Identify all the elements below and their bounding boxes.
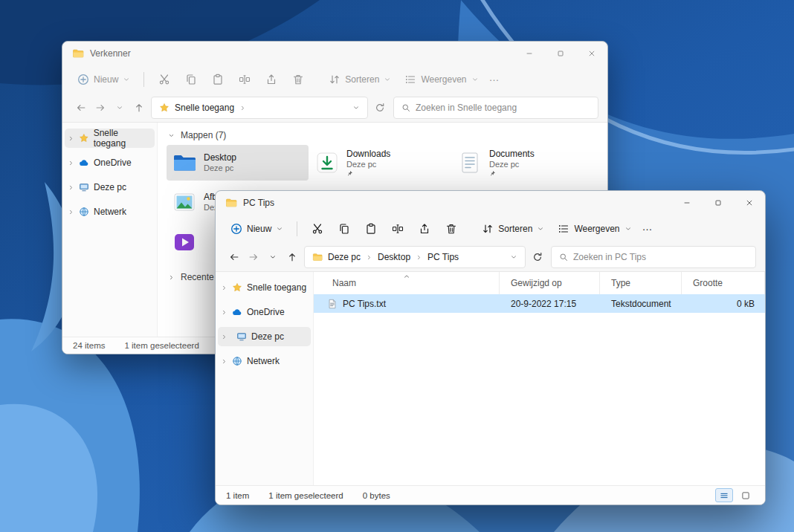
breadcrumb-segment-pc-tips[interactable]: PC Tips [427,252,459,262]
recent-locations-button[interactable] [110,97,129,118]
chevron-right-icon[interactable] [366,254,372,261]
close-button[interactable] [734,191,765,215]
file-row-pc-tips-txt[interactable]: PC Tips.txt 20-9-2022 17:15 Tekstdocumen… [314,294,765,313]
more-button[interactable]: … [486,71,503,88]
address-bar[interactable]: Deze pc Desktop PC Tips [304,246,526,268]
maximize-icon [556,49,565,58]
column-header-gewijzigd-op[interactable]: Gewijzigd op [500,272,600,294]
refresh-button[interactable] [370,97,390,118]
chevron-down-icon [123,76,130,83]
chevron-right-icon[interactable] [221,309,227,316]
address-bar[interactable]: Snelle toegang [151,97,368,119]
chevron-right-icon[interactable] [68,135,74,142]
navigation-pane: Snelle toegang OneDrive Deze pc Netwerk [216,272,314,485]
column-label: Type [611,278,630,288]
downloads-arrow-icon [315,151,339,175]
cut-button[interactable] [152,69,177,90]
paste-button[interactable] [205,69,230,90]
column-header-grootte[interactable]: Grootte [682,272,765,294]
chevron-right-icon[interactable] [416,254,422,261]
chevron-right-icon[interactable] [68,209,74,215]
delete-button[interactable] [285,69,311,90]
copy-button[interactable] [178,69,204,90]
sort-button[interactable]: Sorteren [323,70,397,89]
close-button[interactable] [576,42,607,65]
breadcrumb-segment-deze-pc[interactable]: Deze pc [328,252,361,262]
breadcrumb-segment-desktop[interactable]: Desktop [378,252,410,262]
chevron-down-icon[interactable] [352,104,360,111]
sidebar-item-label: Netwerk [247,356,280,366]
folder-tile-downloads[interactable]: Downloads Deze pc [309,145,451,181]
chevron-right-icon[interactable] [221,334,227,340]
share-button[interactable] [259,69,284,90]
column-headers: Naam Gewijzigd op Type Grootte [314,272,765,294]
chevron-right-icon[interactable] [221,285,227,291]
column-header-type[interactable]: Type [600,272,682,294]
sidebar-item-onedrive[interactable]: OneDrive [218,302,311,322]
chevron-right-icon[interactable] [68,160,74,166]
desktop: Verkenner Nieuw Sorteren [0,0,794,532]
chevron-right-icon[interactable] [221,358,227,365]
rename-button[interactable] [232,69,257,90]
star-icon [232,282,242,293]
minimize-button[interactable] [514,42,545,65]
sidebar-item-deze-pc[interactable]: Deze pc [65,178,155,197]
refresh-button[interactable] [528,247,547,267]
forward-button[interactable] [244,247,263,267]
search-input[interactable] [573,252,748,262]
sidebar-item-netwerk[interactable]: Netwerk [65,202,155,221]
forward-button[interactable] [91,97,110,118]
view-button[interactable]: Weergeven [398,70,484,89]
up-button[interactable] [129,97,149,118]
tile-text: Desktop Deze pc [204,152,236,173]
back-button[interactable] [71,97,91,118]
titlebar[interactable]: PC Tips [216,191,765,215]
toolbar-divider [297,221,297,236]
cut-button[interactable] [305,218,330,239]
view-icon [558,223,569,235]
rename-icon [239,74,251,85]
paste-button[interactable] [358,218,384,239]
chevron-down-icon [384,76,391,83]
new-button[interactable]: Nieuw [225,219,289,239]
sidebar-item-netwerk[interactable]: Netwerk [218,351,311,371]
new-button[interactable]: Nieuw [71,70,136,89]
search-input[interactable] [416,103,590,113]
chevron-down-icon [269,253,277,261]
chevron-right-icon[interactable] [239,105,246,111]
sidebar-item-onedrive[interactable]: OneDrive [65,153,155,172]
sidebar-item-snelle-toegang[interactable]: Snelle toegang [65,129,155,148]
more-button[interactable]: … [639,221,656,237]
large-icons-view-button[interactable] [737,488,755,502]
maximize-button[interactable] [703,191,734,215]
folder-tile-documents[interactable]: Documents Deze pc [452,145,594,181]
recent-locations-button[interactable] [263,247,283,267]
maximize-button[interactable] [545,42,576,65]
titlebar[interactable]: Verkenner [62,42,607,65]
monitor-icon [236,331,247,342]
folder-tile-desktop[interactable]: Desktop Deze pc [167,145,309,181]
sort-button[interactable]: Sorteren [476,219,550,239]
chevron-down-icon [276,225,283,233]
minimize-button[interactable] [671,191,703,215]
delete-icon [292,74,304,85]
sidebar-item-label: OneDrive [94,158,132,168]
back-button[interactable] [225,247,244,267]
sidebar-item-deze-pc[interactable]: Deze pc [218,327,311,346]
folders-group-header[interactable]: Mappen (7) [158,127,607,143]
breadcrumb-segment[interactable]: Snelle toegang [175,103,234,113]
chevron-right-icon[interactable] [68,184,74,191]
rename-button[interactable] [385,218,410,239]
up-button[interactable] [283,247,302,267]
sort-button-label: Sorteren [345,74,379,85]
chevron-down-icon[interactable] [510,253,517,261]
delete-button[interactable] [439,218,464,239]
folder-tile-videos[interactable] [167,226,214,259]
copy-button[interactable] [332,218,357,239]
copy-icon [338,223,350,235]
share-button[interactable] [412,218,437,239]
sidebar-item-snelle-toegang[interactable]: Snelle toegang [218,278,311,297]
view-button[interactable]: Weergeven [552,219,637,239]
details-view-button[interactable] [715,488,733,502]
folder-icon [312,252,323,262]
